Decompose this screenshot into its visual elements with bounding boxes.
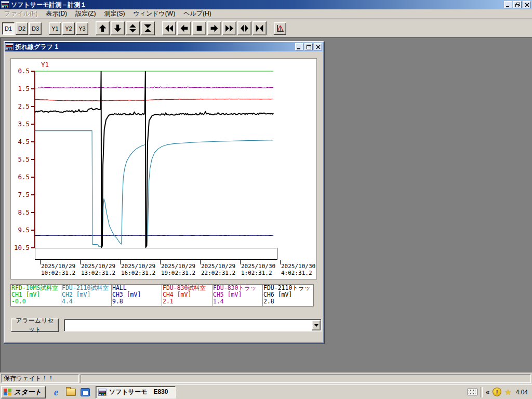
channel-value: 4.4	[62, 298, 111, 305]
graph-settings-button[interactable]	[274, 22, 286, 35]
app-restore-button[interactable]	[513, 1, 522, 8]
series-CH3	[35, 235, 274, 236]
menu-file[interactable]: ファイル(F)	[0, 8, 42, 19]
status-message: 保存ウェイト！！	[1, 374, 79, 383]
channel-value: 2.1	[163, 298, 211, 305]
svg-text:0.5: 0.5	[18, 67, 30, 75]
svg-text:10.5: 10.5	[14, 244, 30, 251]
menu-view[interactable]: 表示(D)	[42, 8, 71, 19]
svg-text:1:02:31.2: 1:02:31.2	[241, 270, 272, 276]
menu-measure[interactable]: 測定(S)	[100, 8, 129, 19]
compress-vertical-button[interactable]	[141, 21, 155, 35]
double-right-icon	[225, 24, 234, 33]
svg-text:10:02:31.2: 10:02:31.2	[41, 270, 75, 276]
start-button[interactable]: スタート	[1, 386, 46, 398]
combobox-dropdown-button[interactable]	[312, 320, 321, 330]
show-desktop-icon[interactable]	[80, 387, 90, 397]
line-chart: 0.51.52.53.54.55.56.57.58.59.510.5Y12025…	[10, 58, 317, 280]
security-shield-icon[interactable]: !	[493, 388, 501, 396]
svg-text:5.5: 5.5	[18, 155, 30, 163]
svg-text:4.5: 4.5	[18, 138, 30, 145]
toolbar-d2-button[interactable]: D2	[16, 22, 28, 35]
legend-channel-1: RFD-10MS試料室CH1 [mV]-0.0	[11, 285, 61, 306]
collapse-tray-icon[interactable]: «	[486, 388, 489, 396]
svg-text:2025/10/29: 2025/10/29	[81, 263, 115, 270]
expand-horizontal-icon	[240, 24, 249, 33]
stop-button[interactable]	[192, 21, 206, 35]
alarm-combobox[interactable]	[64, 319, 322, 331]
menu-help[interactable]: ヘルプ(H)	[179, 8, 216, 19]
svg-text:7.5: 7.5	[18, 191, 30, 198]
legend-channel-2: FDU-2110試料室CH2 [mV]4.4	[61, 285, 112, 306]
expand-horizontal-button[interactable]	[237, 21, 251, 35]
star-icon[interactable]: ★	[504, 388, 511, 396]
series-CH4	[35, 99, 274, 101]
app-minimize-button[interactable]	[504, 1, 512, 8]
menu-settings[interactable]: 設定(Z)	[71, 8, 100, 19]
fast-rewind-button[interactable]	[162, 21, 176, 35]
channel-legend: RFD-10MS試料室CH1 [mV]-0.0FDU-2110試料室CH2 [m…	[10, 284, 314, 307]
svg-text:19:02:31.2: 19:02:31.2	[161, 270, 195, 276]
internet-explorer-icon[interactable]: e	[51, 387, 61, 397]
scroll-down-button[interactable]	[111, 21, 125, 35]
graph-window-icon	[5, 43, 14, 50]
svg-text:2025/10/29: 2025/10/29	[201, 263, 235, 270]
stop-icon	[195, 24, 204, 33]
toolbar-y3-button[interactable]: Y3	[76, 22, 88, 35]
svg-text:22:02:31.2: 22:02:31.2	[201, 270, 235, 276]
alarm-row: アラームリセット	[11, 318, 317, 333]
series-CH2	[35, 131, 274, 248]
application-window: ソフトサーモ計測－計測１ ファイル(F) 表示(D) 設定(Z) 測定(S) ウ	[0, 0, 532, 399]
graph-minimize-button[interactable]	[295, 43, 303, 50]
svg-text:1.5: 1.5	[18, 85, 30, 92]
start-label: スタート	[14, 388, 42, 397]
graph-close-button[interactable]	[314, 43, 322, 50]
svg-text:2025/10/29: 2025/10/29	[121, 263, 155, 270]
legend-channel-5: FDU-830トラッCH5 [mV]1.4	[212, 285, 263, 306]
taskbar-app-button[interactable]: ソフトサーモ E830	[96, 386, 176, 398]
toolbar-d1-button[interactable]: D1	[2, 22, 15, 35]
alarm-combobox-value[interactable]	[65, 321, 311, 330]
svg-text:2025/10/29: 2025/10/29	[161, 263, 195, 270]
arrow-left-icon	[180, 24, 189, 33]
step-left-button[interactable]	[177, 21, 191, 35]
quick-launch: e	[51, 387, 90, 397]
taskbar-app-label: ソフトサーモ E830	[109, 388, 168, 396]
svg-text:2025/10/30: 2025/10/30	[281, 263, 315, 270]
menu-window[interactable]: ウィンドウ(W)	[129, 8, 179, 19]
graph-icon	[276, 24, 284, 33]
channel-value: 9.8	[112, 298, 161, 305]
graph-window-titlebar[interactable]: 折れ線グラフ 1	[5, 42, 323, 51]
svg-text:2.5: 2.5	[18, 102, 30, 110]
toolbar: D1 D2 D3 Y1 Y2 Y3	[0, 19, 532, 37]
channel-value: -0.0	[11, 298, 60, 305]
svg-text:Y1: Y1	[41, 61, 49, 69]
graph-window: 折れ線グラフ 1 0.51.52.53.54.55.56.57.58.59.51…	[4, 41, 324, 343]
legend-channel-6: FDU-2110トラッCH6 [mV]2.8	[263, 285, 313, 306]
fast-forward-button[interactable]	[222, 21, 236, 35]
graph-window-client: 0.51.52.53.54.55.56.57.58.59.510.5Y12025…	[5, 51, 323, 334]
arrow-right-icon	[210, 24, 219, 33]
scroll-up-button[interactable]	[96, 21, 110, 35]
toolbar-d3-button[interactable]: D3	[29, 22, 42, 35]
folder-icon[interactable]	[65, 387, 76, 397]
graph-maximize-button[interactable]	[304, 43, 313, 50]
arrow-down-icon	[113, 24, 122, 33]
taskbar: スタート e ソフトサーモ E830	[0, 384, 532, 399]
compress-horizontal-button[interactable]	[252, 21, 267, 35]
alarm-reset-button[interactable]: アラームリセット	[11, 318, 59, 332]
keyboard-layout-icon[interactable]	[468, 389, 477, 395]
graph-window-title: 折れ線グラフ 1	[15, 43, 58, 51]
svg-text:8.5: 8.5	[18, 208, 30, 216]
step-right-button[interactable]	[207, 21, 221, 35]
toolbar-y2-button[interactable]: Y2	[62, 22, 75, 35]
svg-text:2025/10/30: 2025/10/30	[241, 263, 275, 270]
app-close-button[interactable]	[523, 1, 531, 8]
taskbar-app-icon	[98, 389, 107, 396]
legend-channel-3: HALLCH3 [mV]9.8	[112, 285, 162, 306]
expand-vertical-button[interactable]	[126, 21, 140, 35]
tray-divider	[481, 387, 483, 397]
toolbar-y1-button[interactable]: Y1	[49, 22, 61, 35]
series-CH5	[35, 87, 274, 88]
series-CH6	[35, 72, 274, 248]
